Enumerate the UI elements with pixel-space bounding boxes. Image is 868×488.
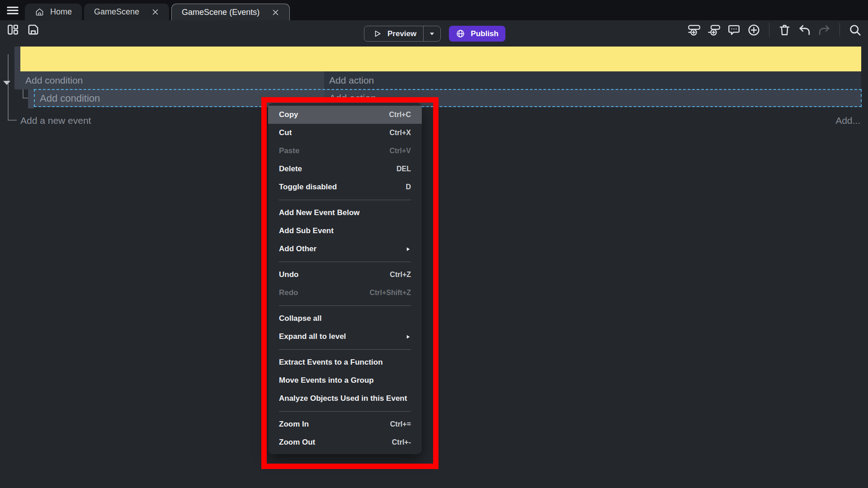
menu-item-undo[interactable]: UndoCtrl+Z [268,266,422,284]
menu-item-analyze-objects-used-in-this-event[interactable]: Analyze Objects Used in this Event [268,389,422,408]
tab-label: Home [50,7,72,17]
menu-item-add-other[interactable]: Add Other [268,240,422,258]
add-action-placeholder[interactable]: Add action [324,71,861,89]
tab-strip: HomeGameSceneGameScene (Events) [25,4,290,20]
submenu-arrow-icon [405,334,411,340]
context-menu: CopyCtrl+CCutCtrl+XPasteCtrl+VDeleteDELT… [268,103,422,454]
toolbar-separator [769,23,769,37]
menu-item-paste: PasteCtrl+V [268,142,422,160]
layout-icon[interactable] [6,23,19,36]
comment-block[interactable] [20,47,861,71]
menu-item-copy[interactable]: CopyCtrl+C [268,106,422,124]
preview-main[interactable]: Preview [364,26,423,41]
menu-item-shortcut: Ctrl+- [392,438,411,446]
menu-item-move-events-into-a-group[interactable]: Move Events into a Group [268,371,422,389]
menu-item-label: Cut [279,128,292,137]
undo-icon[interactable] [798,23,811,37]
toolbar-separator [840,23,840,37]
menu-item-label: Undo [279,270,298,279]
tab-label: GameScene [94,7,139,17]
menu-item-redo: RedoCtrl+Shift+Z [268,284,422,302]
event1-conditions-cell[interactable]: Add condition [20,71,324,89]
add-comment-icon[interactable] [727,23,741,37]
menu-item-shortcut: Ctrl+= [390,420,411,428]
trash-icon[interactable] [778,23,791,37]
subevent-drag-handle[interactable] [28,89,34,108]
collapse-arrow-icon[interactable] [3,81,10,85]
add-circle-icon[interactable] [747,23,760,37]
publish-button[interactable]: Publish [449,26,505,42]
menu-divider [279,200,411,200]
save-icon[interactable] [27,23,40,36]
event1-actions-cell[interactable]: Add action [324,71,861,89]
menu-item-label: Add Other [279,244,316,253]
toolbar-right [688,23,862,37]
menu-item-shortcut: D [406,183,411,191]
menu-item-add-sub-event[interactable]: Add Sub Event [268,222,422,240]
globe-icon [456,29,465,38]
menu-item-label: Add New Event Below [279,208,360,217]
preview-button[interactable]: Preview [364,26,441,42]
menu-item-zoom-in[interactable]: Zoom InCtrl+= [268,415,422,433]
search-icon[interactable] [849,23,862,37]
tab-label: GameScene (Events) [182,8,259,17]
redo-icon [818,23,831,37]
home-icon [35,7,44,17]
event-drag-handle[interactable] [14,47,20,89]
tree-connector [8,54,9,121]
preview-label: Preview [387,29,416,38]
tab-gamescene-events[interactable]: GameScene (Events) [171,4,290,20]
add-condition-placeholder[interactable]: Add condition [20,71,324,89]
add-subevent-icon[interactable] [708,23,721,37]
tab-gamescene[interactable]: GameScene [84,4,169,20]
caret-down-icon [429,30,435,37]
menu-item-zoom-out[interactable]: Zoom OutCtrl+- [268,433,422,451]
menu-item-label: Add Sub Event [279,226,334,235]
menu-item-toggle-disabled[interactable]: Toggle disabledD [268,178,422,196]
tree-connector [23,89,24,99]
tab-close-icon[interactable] [151,8,159,16]
menu-item-label: Move Events into a Group [279,376,374,385]
menu-item-label: Collapse all [279,314,321,323]
toolbar-left [6,23,40,36]
menu-item-shortcut: Ctrl+C [389,111,411,119]
menu-item-collapse-all[interactable]: Collapse all [268,310,422,328]
selected-event-outline [34,89,862,107]
menu-item-label: Paste [279,146,299,155]
menu-item-shortcut: Ctrl+V [389,147,411,155]
tab-bar: HomeGameSceneGameScene (Events) [0,0,868,20]
submenu-arrow-icon [405,246,411,252]
tree-connector [23,98,28,99]
menu-item-delete[interactable]: DeleteDEL [268,160,422,178]
menu-item-label: Extract Events to a Function [279,358,383,367]
hamburger-icon[interactable] [5,4,20,17]
menu-item-expand-all-to-level[interactable]: Expand all to level [268,328,422,346]
menu-item-shortcut: Ctrl+Shift+Z [369,289,411,297]
menu-item-shortcut: Ctrl+X [389,129,411,137]
tab-home[interactable]: Home [25,4,82,20]
menu-item-label: Copy [279,110,298,119]
play-icon [373,29,382,38]
menu-divider [279,411,411,412]
add-new-event-button[interactable]: Add a new event [20,113,91,128]
menu-divider [279,305,411,306]
menu-item-label: Zoom Out [279,438,315,447]
menu-item-label: Delete [279,164,302,174]
menu-divider [279,349,411,350]
menu-item-cut[interactable]: CutCtrl+X [268,124,422,142]
menu-item-add-new-event-below[interactable]: Add New Event Below [268,204,422,222]
menu-item-extract-events-to-a-function[interactable]: Extract Events to a Function [268,353,422,371]
add-event-icon[interactable] [688,23,701,37]
add-more-button[interactable]: Add... [835,113,860,128]
menu-divider [279,262,411,262]
menu-item-shortcut: Ctrl+Z [390,271,411,279]
preview-dropdown-button[interactable] [423,26,440,41]
tab-close-icon[interactable] [272,9,279,16]
menu-item-shortcut: DEL [396,165,411,173]
menu-item-label: Analyze Objects Used in this Event [279,394,407,403]
menu-item-label: Toggle disabled [279,183,337,192]
menu-item-label: Expand all to level [279,332,346,341]
menu-item-label: Redo [279,288,298,297]
publish-label: Publish [471,29,498,38]
tree-connector [8,120,17,121]
